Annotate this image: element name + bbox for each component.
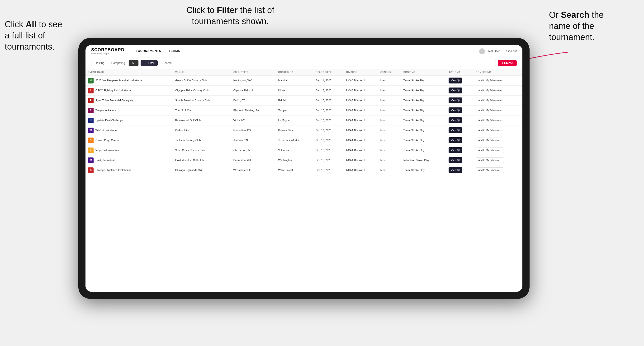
header-right: T Test User | Sign out bbox=[479, 48, 517, 54]
view-button-6[interactable]: View ⓘ bbox=[448, 137, 462, 143]
view-button-7[interactable]: View ⓘ bbox=[448, 147, 462, 153]
cell-city-state-7: Chesterton, IN bbox=[231, 145, 276, 155]
cell-scoring-5: Team, Stroke Play bbox=[401, 126, 446, 135]
add-schedule-button-7[interactable]: Add to My Schedule + bbox=[476, 148, 504, 153]
annotation-topcenter: Click to Filter the list oftournaments s… bbox=[162, 5, 299, 27]
add-schedule-button-6[interactable]: Add to My Schedule + bbox=[476, 138, 504, 143]
team-logo-1: I bbox=[88, 88, 94, 93]
cell-actions-2: View ⓘ bbox=[446, 96, 474, 106]
add-schedule-button-3[interactable]: Add to My Schedule + bbox=[476, 108, 504, 113]
cell-venue-1: Olympia Fields Country Club bbox=[173, 86, 231, 96]
team-logo-5: W bbox=[88, 128, 94, 133]
cell-scoring-8: Individual, Stroke Play bbox=[401, 155, 446, 165]
table-row: C Chicago Highlands Invitational Chicago… bbox=[86, 165, 522, 175]
col-division: DIVISION bbox=[344, 69, 378, 76]
cell-scoring-3: Team, Stroke Play bbox=[401, 106, 446, 116]
event-name-text-3: Temple Invitational bbox=[96, 109, 117, 112]
filter-icon: ☰ bbox=[144, 61, 146, 65]
view-button-1[interactable]: View ⓘ bbox=[448, 88, 462, 93]
cell-scoring-1: Team, Stroke Play bbox=[401, 86, 446, 96]
event-name-text-7: Valpo Fall Invitational bbox=[96, 149, 120, 152]
cell-event-name-4: U Upstate Dual Challenge bbox=[86, 116, 173, 126]
nav-tab-tournaments[interactable]: TOURNAMENTS bbox=[132, 45, 165, 57]
tournaments-table: EVENT NAME VENUE CITY, STATE HOSTED BY S… bbox=[86, 69, 522, 175]
cell-start-date-4: Sep 16, 2023 bbox=[314, 116, 344, 126]
cell-gender-0: Men bbox=[378, 76, 401, 86]
create-button[interactable]: + Create bbox=[498, 60, 517, 66]
cell-division-6: NCAA Division I bbox=[344, 135, 378, 145]
cell-event-name-1: I OFCC Fighting Illini Invitational bbox=[86, 86, 173, 96]
cell-hosted-by-8: Washington bbox=[276, 155, 313, 165]
cell-division-7: NCAA Division I bbox=[344, 145, 378, 155]
cell-event-name-0: M 2023 Joe Feaganes Marshall Invitationa… bbox=[86, 76, 173, 86]
cell-start-date-8: Sep 18, 2023 bbox=[314, 155, 344, 165]
view-button-8[interactable]: View ⓘ bbox=[448, 157, 462, 163]
col-gender: GENDER bbox=[378, 69, 401, 76]
view-button-0[interactable]: View ⓘ bbox=[448, 78, 462, 83]
cell-actions-7: View ⓘ bbox=[446, 145, 474, 155]
view-button-2[interactable]: View ⓘ bbox=[448, 97, 462, 103]
cell-scoring-4: Team, Stroke Play bbox=[401, 116, 446, 126]
cell-event-name-6: G Grover Page Classic bbox=[86, 135, 173, 145]
cell-venue-4: Ravenwood Golf Club bbox=[173, 116, 231, 126]
event-name-text-5: Wildcat Invitational bbox=[96, 129, 117, 132]
tab-all[interactable]: All bbox=[129, 60, 138, 66]
event-name-text-8: Husky Individual bbox=[96, 159, 114, 162]
team-logo-6: G bbox=[88, 138, 94, 143]
table-row: U Upstate Dual Challenge Ravenwood Golf … bbox=[86, 116, 522, 126]
user-name: Test User bbox=[488, 50, 500, 53]
cell-start-date-0: Sep 11, 2023 bbox=[314, 76, 344, 86]
tab-hosting[interactable]: Hosting bbox=[92, 60, 108, 66]
team-logo-9: C bbox=[88, 168, 94, 173]
cell-venue-9: Chicago Highlands Club bbox=[173, 165, 231, 175]
tab-competing[interactable]: Competing bbox=[108, 60, 129, 66]
signout-link[interactable]: Sign out bbox=[506, 50, 517, 53]
cell-hosted-by-4: Le Moyne bbox=[276, 116, 313, 126]
cell-division-8: NCAA Division I bbox=[344, 155, 378, 165]
filter-button[interactable]: ☰ Filter bbox=[140, 60, 158, 66]
cell-competing-5: Add to My Schedule + bbox=[473, 126, 522, 135]
cell-city-state-3: Plymouth Meeting, PA bbox=[231, 106, 276, 116]
team-logo-2: F bbox=[88, 98, 94, 103]
col-city-state: CITY, STATE bbox=[231, 69, 276, 76]
cell-hosted-by-6: Tennessee-Martin bbox=[276, 135, 313, 145]
cell-hosted-by-0: Marshall bbox=[276, 76, 313, 86]
view-button-4[interactable]: View ⓘ bbox=[448, 117, 462, 123]
add-schedule-button-4[interactable]: Add to My Schedule + bbox=[476, 118, 504, 123]
cell-scoring-0: Team, Stroke Play bbox=[401, 76, 446, 86]
nav-tab-teams[interactable]: TEAMS bbox=[165, 45, 184, 57]
table-header-row: EVENT NAME VENUE CITY, STATE HOSTED BY S… bbox=[86, 69, 522, 76]
add-schedule-button-8[interactable]: Add to My Schedule + bbox=[476, 158, 504, 163]
cell-actions-6: View ⓘ bbox=[446, 135, 474, 145]
cell-actions-3: View ⓘ bbox=[446, 106, 474, 116]
cell-competing-1: Add to My Schedule + bbox=[473, 86, 522, 96]
tablet-frame: SCOREBOARD Powered by clippd TOURNAMENTS… bbox=[78, 38, 530, 299]
col-actions: ACTIONS bbox=[446, 69, 474, 76]
cell-start-date-9: Sep 18, 2023 bbox=[314, 165, 344, 175]
view-button-3[interactable]: View ⓘ bbox=[448, 107, 462, 113]
search-input[interactable] bbox=[160, 60, 496, 66]
event-name-text-1: OFCC Fighting Illini Invitational bbox=[96, 89, 131, 92]
view-button-9[interactable]: View ⓘ bbox=[448, 167, 462, 173]
annotation-topright: Or Search thename of thetournament. bbox=[549, 9, 639, 43]
cell-gender-1: Men bbox=[378, 86, 401, 96]
table-row: T Temple Invitational The 1912 Club Plym… bbox=[86, 106, 522, 116]
cell-competing-6: Add to My Schedule + bbox=[473, 135, 522, 145]
table-row: M 2023 Joe Feaganes Marshall Invitationa… bbox=[86, 76, 522, 86]
cell-city-state-9: Westchester, IL bbox=[231, 165, 276, 175]
logo-text: SCOREBOARD bbox=[91, 47, 124, 52]
add-schedule-button-9[interactable]: Add to My Schedule + bbox=[476, 168, 504, 173]
cell-hosted-by-9: Wake Forest bbox=[276, 165, 313, 175]
cell-venue-6: Jackson Country Club bbox=[173, 135, 231, 145]
col-scoring: SCORING bbox=[401, 69, 446, 76]
add-schedule-button-2[interactable]: Add to My Schedule + bbox=[476, 98, 504, 103]
event-name-text-0: 2023 Joe Feaganes Marshall Invitational bbox=[96, 79, 142, 82]
table-row: G Grover Page Classic Jackson Country Cl… bbox=[86, 135, 522, 145]
cell-actions-8: View ⓘ bbox=[446, 155, 474, 165]
cell-city-state-2: Berlin, CT bbox=[231, 96, 276, 106]
toolbar: Hosting Competing All ☰ Filter + Create bbox=[86, 57, 522, 69]
add-schedule-button-0[interactable]: Add to My Schedule + bbox=[476, 78, 504, 83]
view-button-5[interactable]: View ⓘ bbox=[448, 127, 462, 133]
add-schedule-button-1[interactable]: Add to My Schedule + bbox=[476, 88, 504, 93]
add-schedule-button-5[interactable]: Add to My Schedule + bbox=[476, 128, 504, 133]
